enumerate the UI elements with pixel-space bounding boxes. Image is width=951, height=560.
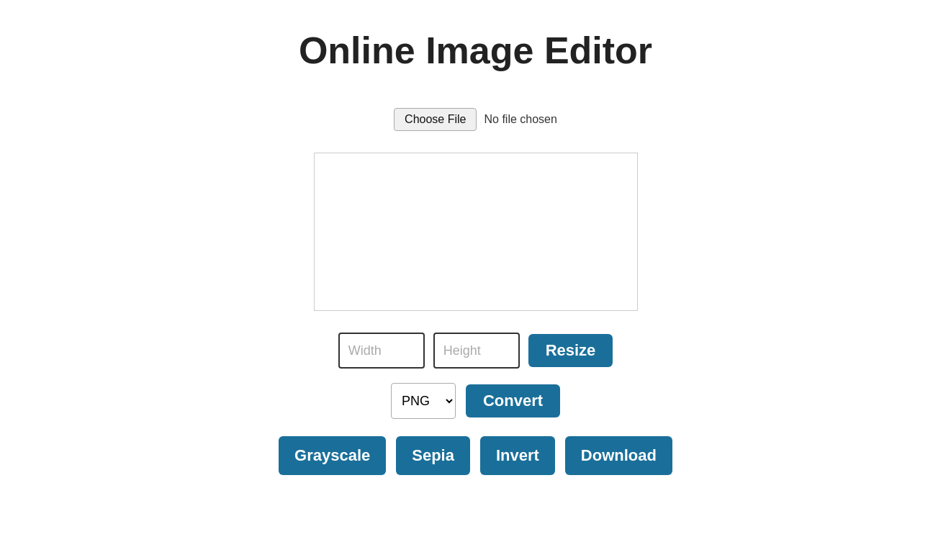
resize-row: Resize — [338, 333, 613, 369]
download-button[interactable]: Download — [565, 436, 672, 475]
resize-button[interactable]: Resize — [528, 334, 613, 367]
no-file-text: No file chosen — [484, 113, 556, 126]
file-input-row: Choose File No file chosen — [394, 108, 557, 131]
invert-button[interactable]: Invert — [480, 436, 555, 475]
convert-button[interactable]: Convert — [466, 384, 560, 417]
sepia-button[interactable]: Sepia — [396, 436, 470, 475]
page-title: Online Image Editor — [299, 29, 652, 72]
format-select[interactable]: PNG JPEG WEBP BMP GIF — [391, 383, 456, 419]
convert-row: PNG JPEG WEBP BMP GIF Convert — [391, 383, 560, 419]
actions-row: Grayscale Sepia Invert Download — [279, 436, 672, 475]
choose-file-button[interactable]: Choose File — [394, 108, 477, 131]
width-input[interactable] — [338, 333, 425, 369]
grayscale-button[interactable]: Grayscale — [279, 436, 386, 475]
image-preview-area — [314, 153, 638, 311]
choose-file-label: Choose File — [405, 113, 466, 125]
height-input[interactable] — [433, 333, 520, 369]
